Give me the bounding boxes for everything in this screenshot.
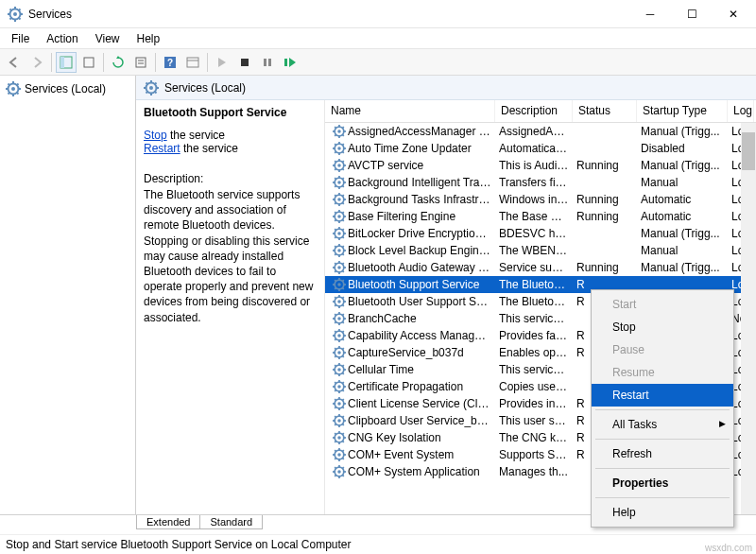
options-button[interactable] — [182, 52, 203, 73]
svg-rect-13 — [136, 58, 146, 67]
description-body: The Bluetooth service supports discovery… — [144, 187, 317, 325]
ctx-help[interactable]: Help — [592, 501, 733, 524]
properties-button[interactable] — [130, 52, 151, 73]
gear-icon — [333, 176, 346, 189]
gear-icon — [333, 261, 346, 274]
ctx-stop[interactable]: Stop — [592, 316, 733, 338]
back-button[interactable] — [4, 52, 25, 73]
table-row[interactable]: AVCTP serviceThis is Audio...RunningManu… — [325, 157, 756, 174]
context-menu: Start Stop Pause Resume Restart All Task… — [591, 289, 734, 528]
app-icon — [8, 7, 23, 22]
show-tree-button[interactable] — [56, 52, 77, 73]
table-row[interactable]: Base Filtering EngineThe Base Filt...Run… — [325, 208, 756, 225]
gear-icon — [333, 312, 346, 325]
gear-icon — [333, 346, 346, 359]
gear-icon — [333, 448, 346, 461]
status-bar: Stop and Start service Bluetooth Support… — [0, 534, 756, 554]
svg-rect-21 — [264, 59, 266, 66]
svg-rect-22 — [268, 59, 271, 66]
ctx-restart[interactable]: Restart — [592, 384, 733, 407]
col-status[interactable]: Status — [573, 100, 637, 122]
svg-rect-23 — [284, 59, 287, 66]
title-bar: Services ─ ☐ ✕ — [0, 0, 756, 28]
pane-header-title: Services (Local) — [164, 81, 246, 95]
col-logon[interactable]: Log On As — [728, 100, 754, 122]
toolbar: ? — [0, 49, 756, 76]
detail-title: Bluetooth Support Service — [144, 106, 317, 119]
gear-icon — [333, 414, 346, 427]
help-button[interactable]: ? — [160, 52, 180, 73]
stop-link[interactable]: Stop — [144, 129, 167, 142]
export-button[interactable] — [78, 52, 99, 73]
ctx-pause: Pause — [592, 338, 733, 361]
col-description[interactable]: Description — [495, 100, 573, 122]
start-service-button[interactable] — [212, 52, 232, 73]
table-row[interactable]: Background Intelligent Trans...Transfers… — [325, 174, 756, 191]
svg-rect-20 — [241, 59, 249, 66]
gear-icon — [333, 465, 346, 478]
gear-icon — [333, 193, 346, 206]
maximize-button[interactable]: ☐ — [671, 1, 713, 27]
svg-rect-12 — [84, 58, 94, 67]
close-button[interactable]: ✕ — [713, 1, 754, 27]
gear-icon — [333, 329, 346, 342]
ctx-resume: Resume — [592, 361, 733, 384]
menu-help[interactable]: Help — [129, 31, 168, 46]
detail-pane: Bluetooth Support Service Stop the servi… — [136, 100, 325, 514]
col-startup-type[interactable]: Startup Type — [637, 100, 728, 122]
vertical-scrollbar[interactable] — [741, 123, 756, 514]
description-label: Description: — [144, 172, 317, 185]
restart-link[interactable]: Restart — [144, 142, 180, 155]
refresh-button[interactable] — [108, 52, 129, 73]
gear-icon — [333, 380, 346, 393]
svg-rect-18 — [187, 58, 198, 67]
header-icon — [144, 80, 159, 95]
menu-action[interactable]: Action — [39, 31, 85, 46]
gear-icon — [333, 295, 346, 308]
table-row[interactable]: Block Level Backup Engine S...The WBENGI… — [325, 242, 756, 259]
pane-header: Services (Local) — [136, 76, 756, 100]
column-headers: Name Description Status Startup Type Log… — [325, 100, 756, 123]
gear-icon — [333, 431, 346, 444]
menu-file[interactable]: File — [4, 31, 37, 46]
ctx-properties[interactable]: Properties — [592, 472, 733, 494]
tree-node-label: Services (Local) — [25, 82, 106, 95]
gear-icon — [333, 244, 346, 257]
svg-text:?: ? — [167, 58, 173, 68]
forward-button[interactable] — [26, 52, 47, 73]
submenu-arrow-icon: ▶ — [719, 419, 726, 428]
tab-extended[interactable]: Extended — [136, 515, 200, 529]
restart-service-button[interactable] — [280, 52, 301, 73]
ctx-all-tasks[interactable]: All Tasks▶ — [592, 413, 733, 436]
gear-icon — [333, 227, 346, 240]
tree-pane: Services (Local) — [0, 76, 136, 514]
gear-icon — [333, 142, 346, 155]
window-title: Services — [28, 8, 629, 21]
gear-icon — [333, 159, 346, 172]
table-row[interactable]: Auto Time Zone UpdaterAutomaticall...Dis… — [325, 140, 756, 157]
gear-icon — [333, 278, 346, 291]
ctx-refresh[interactable]: Refresh — [592, 442, 733, 465]
tree-node-services-local[interactable]: Services (Local) — [2, 79, 133, 98]
col-name[interactable]: Name — [325, 100, 495, 122]
pause-service-button[interactable] — [257, 52, 278, 73]
menu-view[interactable]: View — [88, 31, 128, 46]
gear-icon — [333, 363, 346, 376]
table-row[interactable]: Bluetooth Audio Gateway Se...Service sup… — [325, 259, 756, 276]
table-row[interactable]: BitLocker Drive Encryption S...BDESVC ho… — [325, 225, 756, 242]
menu-bar: File Action View Help — [0, 28, 756, 49]
gear-icon — [333, 210, 346, 223]
ctx-start: Start — [592, 293, 733, 316]
svg-rect-11 — [60, 57, 64, 68]
gear-icon — [333, 125, 346, 138]
tab-standard[interactable]: Standard — [200, 515, 263, 529]
minimize-button[interactable]: ─ — [629, 1, 671, 27]
table-row[interactable]: Background Tasks Infrastruc...Windows in… — [325, 191, 756, 208]
stop-service-button[interactable] — [234, 52, 255, 73]
gear-icon — [333, 397, 346, 410]
watermark: wsxdn.com — [705, 543, 752, 553]
table-row[interactable]: AssignedAccessManager Ser...AssignedAcc.… — [325, 123, 756, 140]
